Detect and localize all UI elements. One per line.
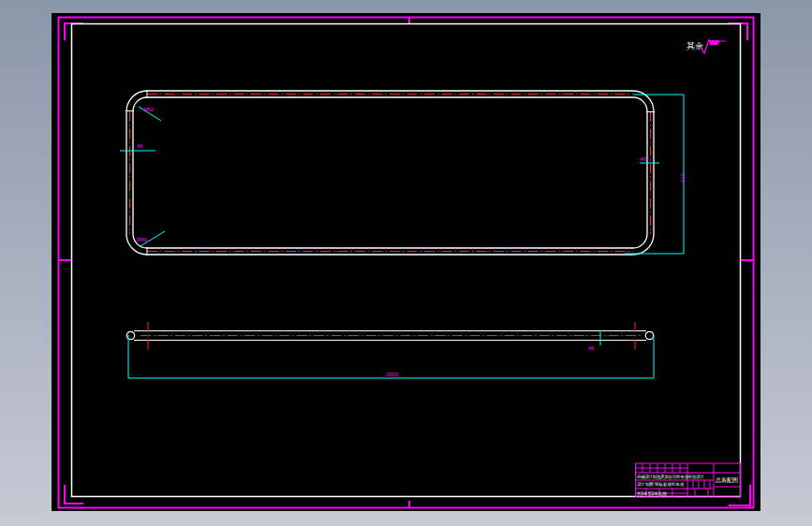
dim-tube-left: 40 (137, 143, 143, 149)
dim-side-tick: 40 (588, 345, 595, 351)
dim-overall-height: 620 (680, 172, 686, 183)
title-block-info-row-2: 设计 制图 审核 标准化 批准 (637, 481, 685, 488)
cad-viewer-window: R60 40 R60 40 620 40 2000 其余 (0, 0, 812, 526)
drawing-canvas[interactable] (52, 13, 760, 511)
title-block-drawing-name: 总装配图 (715, 477, 738, 484)
drawing-canvas-svg: R60 40 R60 40 620 40 2000 其余 (0, 0, 812, 526)
dim-radius-top-left: R60 (143, 107, 155, 112)
dim-tube-right: 40 (640, 156, 646, 162)
surface-note-text: 其余 (687, 41, 703, 51)
dim-radius-bottom-left: R60 (137, 237, 148, 242)
title-block-info-row-1: 机械设计制造及其自动化专业毕业设计 (637, 474, 704, 479)
dim-overall-length: 2000 (386, 372, 399, 377)
